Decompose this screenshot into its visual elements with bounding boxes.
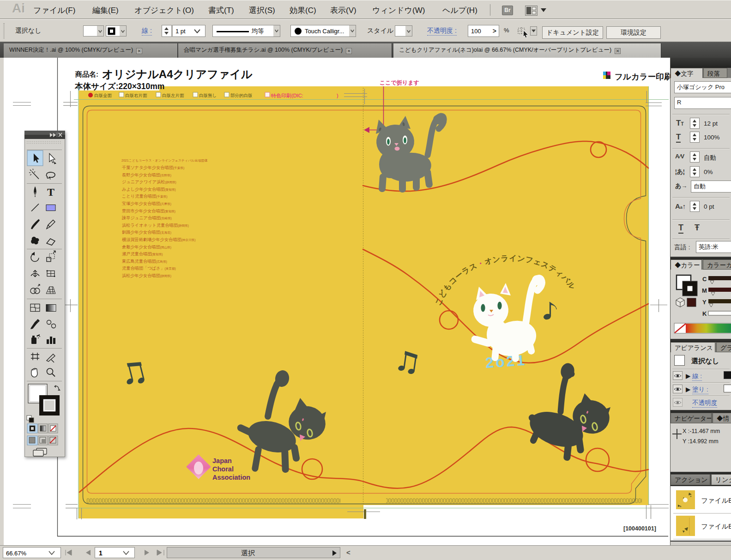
svg-text:ここで折ります: ここで折ります — [380, 79, 419, 86]
svg-text:ファイルB: ファイルB — [701, 523, 731, 530]
svg-text:Association: Association — [212, 474, 250, 481]
svg-text:Y: Y — [702, 299, 707, 306]
svg-text:Japan: Japan — [212, 457, 232, 464]
svg-text:諫早ジュニア合唱団(長崎県): 諫早ジュニア合唱団(長崎県) — [122, 216, 172, 220]
svg-text:長野少年少女合唱団(長野県): 長野少年少女合唱団(長野県) — [122, 173, 171, 177]
svg-text:Choral: Choral — [212, 465, 234, 473]
svg-text:浜松ライオネット児童合唱団(静岡県): 浜松ライオネット児童合唱団(静岡県) — [122, 223, 189, 228]
svg-text:児童合唱団「つばさ」(東京都): 児童合唱団「つばさ」(東京都) — [122, 266, 176, 271]
svg-text:白版無し: 白版無し — [199, 93, 217, 98]
svg-text:フルカラー印刷: フルカラー印刷 — [615, 72, 670, 81]
svg-text:釧路少年少女合唱団(北海道): 釧路少年少女合唱団(北海道) — [122, 230, 171, 235]
svg-text:倉敷少年少女合唱団(岡山県): 倉敷少年少女合唱団(岡山県) — [122, 245, 171, 249]
svg-text:本体サイズ:220×310mm: 本体サイズ:220×310mm — [74, 82, 164, 91]
svg-text:K: K — [702, 310, 707, 317]
svg-text:T: T — [47, 186, 54, 198]
svg-text:東広島児童合唱団(広島県): 東広島児童合唱団(広島県) — [122, 259, 167, 264]
svg-text:ことり児童合唱団(千葉県): ことり児童合唱団(千葉県) — [122, 194, 167, 199]
svg-text:C: C — [702, 276, 707, 283]
svg-text:M: M — [702, 287, 707, 294]
svg-text:みよし少年少女合唱団(愛知県): みよし少年少女合唱団(愛知県) — [122, 187, 176, 192]
svg-text:[100400101]: [100400101] — [623, 525, 656, 532]
svg-text:2021こどもコーラス・オンラインフェスティバル出場団体: 2021こどもコーラス・オンラインフェスティバル出場団体 — [121, 159, 208, 163]
svg-text:白版左片面: 白版左片面 — [162, 93, 184, 98]
svg-text:白版右片面: 白版右片面 — [125, 93, 147, 98]
svg-text:ファイルB: ファイルB — [701, 497, 731, 504]
svg-text:白版全面: 白版全面 — [94, 93, 112, 98]
svg-text:豊田市少年少女合唱団(愛知県): 豊田市少年少女合唱団(愛知県) — [122, 209, 175, 213]
svg-text:横須賀芸術劇場少年少女合唱団(神奈川県): 横須賀芸術劇場少年少女合唱団(神奈川県) — [122, 237, 195, 242]
svg-text:宝塚少年少女合唱団(兵庫県): 宝塚少年少女合唱団(兵庫県) — [122, 201, 171, 206]
svg-text:千葉ソナタ少年少女合唱団(千葉県): 千葉ソナタ少年少女合唱団(千葉県) — [122, 165, 184, 170]
svg-text:特色印刷(DIC:: 特色印刷(DIC: — [271, 93, 303, 98]
svg-text:部分的白版: 部分的白版 — [230, 93, 253, 98]
svg-text:): ) — [337, 93, 338, 98]
svg-text:瀬戸児童合唱団(愛知県): 瀬戸児童合唱団(愛知県) — [122, 252, 163, 256]
svg-text:商品名:: 商品名: — [75, 70, 98, 78]
svg-text:オリジナルA4クリアファイル: オリジナルA4クリアファイル — [102, 68, 253, 80]
svg-text:ジュニアクワイア浜松(静岡県): ジュニアクワイア浜松(静岡県) — [122, 180, 176, 184]
svg-text:浜松少年少女合唱団(静岡県): 浜松少年少女合唱団(静岡県) — [122, 273, 171, 278]
